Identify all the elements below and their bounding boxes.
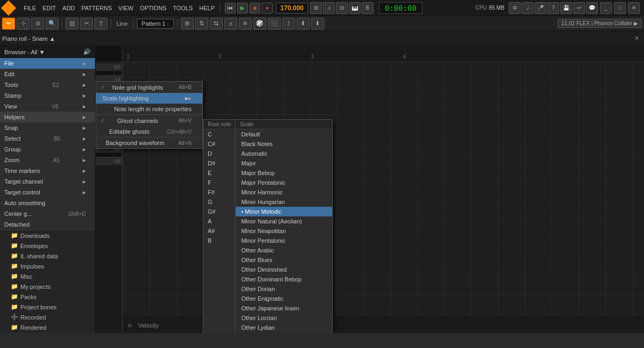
scale-other-diminished[interactable]: Other Diminished xyxy=(236,265,332,274)
scale-minor-harmonic[interactable]: Minor Harmonic xyxy=(236,187,332,197)
note-grid-highlights[interactable]: ✓ Note grid highlights Alt+B xyxy=(96,82,202,93)
scale-other-arabic[interactable]: Other Arabic xyxy=(236,245,332,255)
scale-other-dominant-bebop[interactable]: Other Dominant Bebop xyxy=(236,274,332,284)
pattern-icon[interactable]: ⊞ xyxy=(310,2,322,14)
flip-btn[interactable]: ⇅ xyxy=(195,18,208,30)
sidebar-item-packs[interactable]: 📁 Packs xyxy=(0,292,95,302)
sidebar-item-slicedaudio[interactable]: 📁 Sliced audio xyxy=(0,332,95,333)
background-waveform[interactable]: Background waveform Alt+N xyxy=(96,137,202,148)
note-length-properties[interactable]: Note length in note properties xyxy=(96,104,202,114)
tool-select[interactable]: ⊹ xyxy=(17,18,30,30)
scale-black-notes[interactable]: Black Notes xyxy=(236,139,332,149)
piano-key-a2[interactable] xyxy=(96,153,122,157)
strum-btn[interactable]: ≋ xyxy=(239,18,252,30)
root-d[interactable]: D xyxy=(203,149,235,158)
down-btn[interactable]: ⬇ xyxy=(311,18,324,30)
menu-snap-item[interactable]: Snap xyxy=(0,122,96,133)
root-fs[interactable]: F# xyxy=(203,187,235,197)
menu-autosmoothing-item[interactable]: Auto smoothing xyxy=(0,198,96,208)
scale-major-pentatonic[interactable]: Major Pentatonic xyxy=(236,178,332,187)
close-button[interactable]: ✕ xyxy=(628,2,640,14)
menu-centerg-item[interactable]: Center g... Shift+D xyxy=(0,208,96,219)
piano-icon[interactable]: 🎹 xyxy=(349,2,361,14)
root-b[interactable]: B xyxy=(203,236,235,245)
tool-draw[interactable]: ✏ xyxy=(2,18,15,30)
root-c[interactable]: C xyxy=(203,129,235,139)
rand-btn[interactable]: 🎲 xyxy=(253,18,266,30)
tool-erase[interactable]: ⊘ xyxy=(31,18,44,30)
root-g[interactable]: G xyxy=(203,197,235,207)
menu-file[interactable]: FILE xyxy=(20,4,39,12)
menu-add[interactable]: ADD xyxy=(59,4,78,12)
menu-options[interactable]: OPTIONS xyxy=(137,4,170,12)
scale-default[interactable]: Default xyxy=(236,129,332,139)
record-button[interactable]: ● xyxy=(262,3,273,13)
chord-btn[interactable]: ♬ xyxy=(224,18,237,30)
scale-minor-hungarian[interactable]: Minor Hungarian xyxy=(236,197,332,207)
sidebar-item-impulses[interactable]: 📁 Impulses xyxy=(0,261,95,271)
piano-key-g2[interactable]: A2 xyxy=(96,157,122,165)
menu-edit-item[interactable]: Edit xyxy=(0,69,96,79)
menu-edit[interactable]: EDIT xyxy=(39,4,59,12)
menu-zoom-item[interactable]: Zoom A5 xyxy=(0,155,96,165)
settings-icon[interactable]: ⚙ xyxy=(509,2,521,14)
song-icon[interactable]: ♫ xyxy=(323,2,335,14)
menu-group-item[interactable]: Group xyxy=(0,144,96,155)
scale-minor-neapolitan[interactable]: Minor Neapolitan xyxy=(236,226,332,236)
menu-view-item[interactable]: View V6 xyxy=(0,101,96,112)
bpm-display[interactable]: 170.000 xyxy=(276,3,308,13)
sidebar-item-rendered[interactable]: 📁 Rendered xyxy=(0,322,95,332)
scale-minor-natural[interactable]: Minor Natural (Aeolian) xyxy=(236,216,332,226)
minimize-button[interactable]: _ xyxy=(600,2,612,14)
stamp-btn[interactable]: ⬛ xyxy=(268,18,281,30)
ghost-channels[interactable]: ✓ Ghost channels Alt+V xyxy=(96,115,202,126)
root-as[interactable]: A# xyxy=(203,226,235,236)
scale-major[interactable]: Major xyxy=(236,158,332,168)
mixer-icon[interactable]: 🎚 xyxy=(362,2,374,14)
scale-other-enigmatic[interactable]: Other Enigmatic xyxy=(236,294,332,303)
maximize-button[interactable]: □ xyxy=(614,2,626,14)
piano-key-bb3[interactable] xyxy=(96,71,122,76)
scale-other-lydian[interactable]: Other Lydian xyxy=(236,323,332,332)
root-f[interactable]: F xyxy=(203,178,235,187)
menu-tools[interactable]: TOOLS xyxy=(170,4,196,12)
play-button[interactable]: ▶ xyxy=(237,3,248,13)
scale-other-japanese-insen[interactable]: Other Japanese Insen xyxy=(236,303,332,313)
scale-minor-melodic[interactable]: Minor Melodic xyxy=(236,207,332,216)
rewind-button[interactable]: ⏮ xyxy=(225,3,236,13)
menu-detached-item[interactable]: Detached xyxy=(0,219,96,230)
menu-targetchannel-item[interactable]: Target channel xyxy=(0,176,96,187)
menu-stamp-item[interactable]: Stamp xyxy=(0,90,96,101)
speech-icon[interactable]: 💬 xyxy=(586,2,598,14)
undo-icon[interactable]: ↩ xyxy=(573,2,585,14)
mic-icon[interactable]: 🎤 xyxy=(535,2,546,14)
piano-key-b3[interactable]: B3 xyxy=(96,63,122,71)
sidebar-item-recorded[interactable]: ➕ Recorded xyxy=(0,312,95,322)
tool-zoom[interactable]: 🔍 xyxy=(46,18,58,30)
quantize-btn[interactable]: ⊞ xyxy=(181,18,194,30)
editable-ghosts[interactable]: Editable ghosts Ctrl+Alt+V xyxy=(96,126,202,137)
scale-other-mixolydian[interactable]: Other Mixolydian xyxy=(236,332,332,333)
pr-close-icon[interactable]: ✕ xyxy=(631,33,642,44)
root-gs[interactable]: G# xyxy=(203,207,235,216)
sidebar-item-ilshared[interactable]: 📁 IL shared data xyxy=(0,251,95,261)
menu-view[interactable]: VIEW xyxy=(115,4,137,12)
scale-other-dorian[interactable]: Other Dorian xyxy=(236,284,332,294)
midi-icon[interactable]: ♩ xyxy=(522,2,533,14)
mirror-btn[interactable]: ⇆ xyxy=(210,18,223,30)
sidebar-item-envelopes[interactable]: 📁 Envelopes xyxy=(0,241,95,251)
sidebar-item-downloads[interactable]: 📁 Downloads xyxy=(0,230,95,241)
menu-file-item[interactable]: File xyxy=(0,58,96,69)
tool-slice[interactable]: ✂ xyxy=(80,18,93,30)
sidebar-item-myprojects[interactable]: 📁 My projects xyxy=(0,281,95,292)
pattern-display[interactable]: Pattern 1 : xyxy=(137,19,174,28)
tool-glue[interactable]: ⛓ xyxy=(65,18,78,30)
stop-button[interactable]: ■ xyxy=(250,3,260,13)
scale-automatic[interactable]: Automatic xyxy=(236,149,332,158)
arp-btn[interactable]: ⤴ xyxy=(282,18,295,30)
root-ds[interactable]: D# xyxy=(203,158,235,168)
velocity-label[interactable]: Velocity xyxy=(138,322,158,329)
save-icon[interactable]: 💾 xyxy=(560,2,572,14)
scale-other-blues[interactable]: Other Blues xyxy=(236,255,332,265)
sidebar-header[interactable]: Browser - All ▼ 🔊 xyxy=(0,46,95,58)
